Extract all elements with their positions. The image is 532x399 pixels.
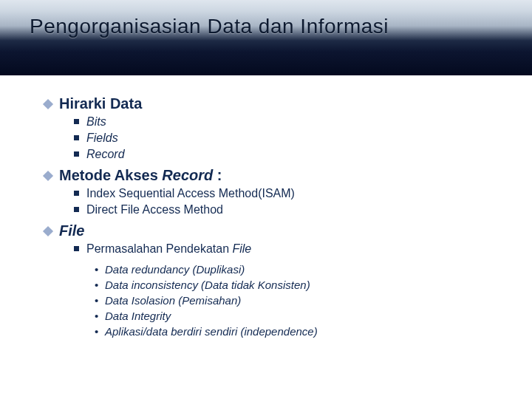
heading-italic: File xyxy=(59,222,84,239)
item-text: Data redundancy (Duplikasi) xyxy=(105,263,245,276)
list-item: Bits xyxy=(74,114,488,130)
list-hirarki: Bits Fields Record xyxy=(74,114,488,163)
list-item: Data redundancy (Duplikasi) xyxy=(95,262,488,277)
sublist-file-problems: Data redundancy (Duplikasi) Data inconsi… xyxy=(95,262,488,339)
item-text: Aplikasi/data berdiri sendiri (independe… xyxy=(105,325,318,338)
list-item: Fields xyxy=(74,130,488,146)
item-text: Record xyxy=(86,148,125,160)
heading-text: Metode Akses xyxy=(59,167,162,183)
item-text: Data inconsistency (Data tidak Konsisten… xyxy=(105,279,310,291)
item-text: Bits xyxy=(86,115,106,128)
item-text-plain: Permasalahan Pendekatan xyxy=(86,242,232,255)
slide: Pengorganisasian Data dan Informasi Hira… xyxy=(0,0,532,399)
content-area: Hirarki Data Bits Fields Record Metode A… xyxy=(44,92,488,339)
heading-italic: Record xyxy=(162,167,216,183)
list-item: Data Isolasion (Pemisahan) xyxy=(95,293,488,308)
item-text: Index Sequential Access Method(ISAM) xyxy=(86,187,295,200)
list-item: Record xyxy=(74,146,488,163)
diamond-bullet-icon xyxy=(43,99,53,109)
item-text: Data Integrity xyxy=(105,310,171,322)
list-item: Aplikasi/data berdiri sendiri (independe… xyxy=(95,324,488,339)
list-file: Permasalahan Pendekatan File xyxy=(74,241,488,257)
diamond-bullet-icon xyxy=(43,226,53,236)
slide-title: Pengorganisasian Data dan Informasi xyxy=(30,15,389,38)
heading-after: : xyxy=(217,167,222,183)
list-item: Data inconsistency (Data tidak Konsisten… xyxy=(95,277,488,293)
item-text: Data Isolasion (Pemisahan) xyxy=(105,294,241,307)
heading-metode-akses: Metode Akses Record : xyxy=(44,167,488,184)
item-text-italic: File xyxy=(232,242,251,255)
heading-text: Hirarki Data xyxy=(59,95,142,112)
title-band: Pengorganisasian Data dan Informasi xyxy=(0,0,532,74)
list-metode: Index Sequential Access Method(ISAM) Dir… xyxy=(74,185,488,218)
list-item: Data Integrity xyxy=(95,308,488,324)
diamond-bullet-icon xyxy=(43,171,53,181)
item-text: Direct File Access Method xyxy=(86,203,223,216)
list-item: Index Sequential Access Method(ISAM) xyxy=(74,185,488,202)
item-text: Fields xyxy=(86,132,118,144)
list-item: Direct File Access Method xyxy=(74,202,488,218)
heading-hirarki-data: Hirarki Data xyxy=(44,95,488,112)
heading-file: File xyxy=(44,222,488,239)
list-item: Permasalahan Pendekatan File xyxy=(74,241,488,257)
